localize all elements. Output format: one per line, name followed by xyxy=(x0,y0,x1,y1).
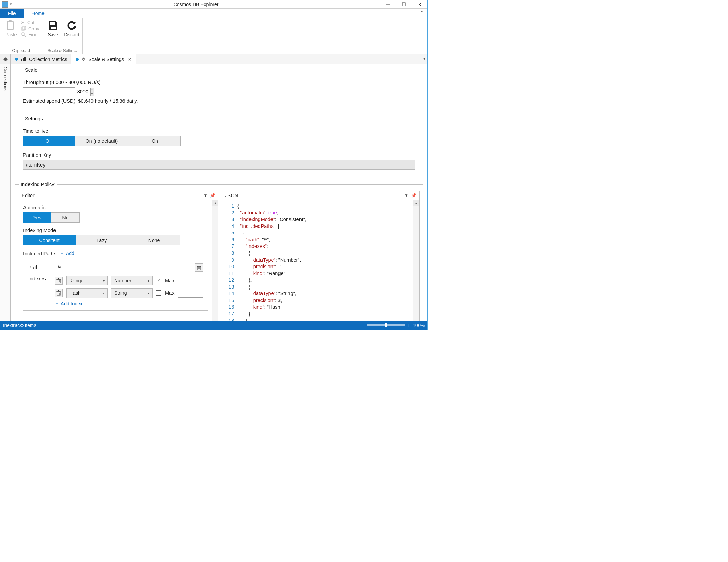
work-area: Connections Scale Throughput (8,000 - 80… xyxy=(0,64,427,321)
precision-input[interactable]: ▲▼ xyxy=(178,289,203,298)
close-button[interactable] xyxy=(412,0,427,9)
discard-button[interactable]: Discard xyxy=(64,20,80,37)
partition-key-value: /itemKey xyxy=(23,160,415,170)
delete-index-button[interactable] xyxy=(55,277,63,285)
paste-label: Paste xyxy=(5,32,17,37)
document-tabstrip: Collection Metrics ✲ Scale & Settings ✕ … xyxy=(0,54,427,64)
status-bar: Inextrack>Items − + 100% xyxy=(0,321,427,330)
save-button[interactable]: Save xyxy=(45,20,61,37)
tabstrip-overflow-icon[interactable]: ▾ xyxy=(423,56,425,61)
copy-button[interactable]: Copy xyxy=(21,26,39,31)
tab-home[interactable]: Home xyxy=(24,9,52,18)
window-title: Cosmos DB Explorer xyxy=(12,2,380,7)
throughput-label: Throughput (8,000 - 800,000 RU/s) xyxy=(23,80,415,85)
svg-rect-16 xyxy=(24,57,26,61)
ttl-option-on-nodefault[interactable]: On (no default) xyxy=(75,136,129,146)
max-checkbox[interactable] xyxy=(156,278,161,283)
add-index-button[interactable]: ＋Add Index xyxy=(55,301,203,307)
group-scale-legend: Scale xyxy=(23,67,39,73)
tab-collection-metrics[interactable]: Collection Metrics xyxy=(11,54,71,64)
side-rail-header-icon[interactable] xyxy=(0,54,11,64)
zoom-out-button[interactable]: − xyxy=(361,323,364,328)
maximize-button[interactable] xyxy=(396,0,412,9)
cut-button[interactable]: ✂ Cut xyxy=(21,20,39,26)
zoom-percent: 100% xyxy=(413,323,425,328)
content-scroll[interactable]: Scale Throughput (8,000 - 800,000 RU/s) … xyxy=(11,64,427,321)
estimate-text: Estimated spend (USD): $0.640 hourly / 1… xyxy=(23,98,415,104)
spinner-down-icon[interactable]: ▼ xyxy=(91,92,94,96)
throughput-value-field[interactable] xyxy=(23,88,90,96)
group-indexing-policy: Indexing Policy Editor ▼ 📌 xyxy=(15,182,423,321)
ttl-option-on[interactable]: On xyxy=(129,136,181,146)
side-panel-connections[interactable]: Connections xyxy=(0,64,11,321)
ttl-option-off[interactable]: Off xyxy=(23,136,75,146)
index-datatype-select[interactable]: Number▾ xyxy=(111,276,153,285)
index-kind-select[interactable]: Range▾ xyxy=(66,276,108,285)
path-input[interactable] xyxy=(55,263,191,272)
add-path-button[interactable]: ＋Add xyxy=(60,250,75,257)
indexing-mode-lazy[interactable]: Lazy xyxy=(76,235,128,245)
max-label: Max xyxy=(165,278,174,283)
paste-button[interactable]: Paste xyxy=(3,20,19,37)
group-settings-legend: Settings xyxy=(23,116,45,121)
find-label: Find xyxy=(28,32,37,37)
app-window: ▾ Cosmos DB Explorer File Home ⌃ xyxy=(0,0,428,330)
pin-icon[interactable]: 📌 xyxy=(411,193,416,198)
throughput-input[interactable]: ▲▼ xyxy=(23,87,75,96)
svg-rect-4 xyxy=(7,21,13,30)
indexing-mode-none[interactable]: None xyxy=(128,235,180,245)
window-titlebar: ▾ Cosmos DB Explorer xyxy=(0,0,427,9)
chevron-down-icon: ▾ xyxy=(148,279,149,283)
scroll-up-icon[interactable]: ▲ xyxy=(413,200,419,206)
json-pane: JSON ▼ 📌 ▲ ▼ 1{2 "automatic": true xyxy=(222,191,420,321)
zoom-slider[interactable] xyxy=(367,324,405,326)
json-pane-title: JSON xyxy=(225,193,238,198)
app-icon xyxy=(2,1,8,8)
metrics-icon xyxy=(21,57,26,62)
max-checkbox[interactable] xyxy=(156,290,161,296)
pane-menu-icon[interactable]: ▼ xyxy=(204,193,208,198)
save-icon xyxy=(47,20,59,31)
index-kind-select[interactable]: Hash▾ xyxy=(66,288,108,298)
spinner-up-icon[interactable]: ▲ xyxy=(91,88,94,92)
delete-path-button[interactable] xyxy=(195,263,203,272)
trash-icon xyxy=(197,265,201,270)
svg-rect-15 xyxy=(23,58,24,61)
json-code-view[interactable]: 1{2 "automatic": true,3 "indexingMode": … xyxy=(226,203,411,321)
pin-icon[interactable]: 📌 xyxy=(210,193,215,198)
tab-file[interactable]: File xyxy=(0,9,24,18)
included-path-card: Path: Indexes: xyxy=(23,259,208,311)
indexing-mode-label: Indexing Mode xyxy=(23,228,208,233)
plus-icon: ＋ xyxy=(60,250,65,257)
svg-rect-27 xyxy=(57,292,60,295)
indexing-mode-consistent[interactable]: Consitent xyxy=(23,235,76,245)
tab-collection-metrics-label: Collection Metrics xyxy=(29,57,67,62)
index-datatype-select[interactable]: String▾ xyxy=(111,288,153,298)
pane-menu-icon[interactable]: ▼ xyxy=(404,193,409,198)
find-button[interactable]: Find xyxy=(21,32,39,37)
automatic-no[interactable]: No xyxy=(51,212,80,223)
ribbon-collapse-icon[interactable]: ⌃ xyxy=(419,10,425,17)
delete-index-button[interactable] xyxy=(55,289,63,297)
cut-label: Cut xyxy=(27,20,35,25)
group-indexing-legend: Indexing Policy xyxy=(19,182,57,187)
scroll-up-icon[interactable]: ▲ xyxy=(212,200,218,206)
scale-group-label: Scale & Settin... xyxy=(45,48,80,53)
chevron-down-icon: ▾ xyxy=(148,291,149,295)
automatic-yes[interactable]: Yes xyxy=(23,212,51,223)
scrollbar[interactable]: ▲ ▼ xyxy=(413,200,419,321)
zoom-in-button[interactable]: + xyxy=(407,323,410,328)
ribbon-body: Paste ✂ Cut Copy xyxy=(0,18,427,54)
svg-rect-10 xyxy=(50,22,55,25)
scrollbar[interactable]: ▲ ▼ xyxy=(212,200,218,321)
group-settings: Settings Time to live Off On (no default… xyxy=(15,116,423,176)
indexes-label: Indexes: xyxy=(28,276,51,281)
chevron-down-icon: ▾ xyxy=(103,279,105,283)
gear-icon: ✲ xyxy=(81,57,86,62)
svg-rect-22 xyxy=(57,279,60,283)
close-tab-button[interactable]: ✕ xyxy=(128,57,132,62)
editor-pane: Editor ▼ 📌 ▲ ▼ Automatic xyxy=(19,191,218,321)
minimize-button[interactable] xyxy=(380,0,396,9)
tab-scale-settings[interactable]: ✲ Scale & Settings ✕ xyxy=(71,54,136,64)
svg-marker-12 xyxy=(72,21,76,25)
